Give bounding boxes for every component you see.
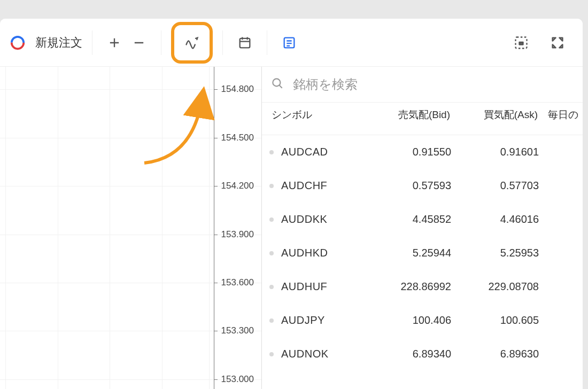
tick-mark	[214, 235, 218, 235]
divider	[92, 30, 92, 55]
grid-vline	[209, 67, 210, 389]
indicator-highlight	[171, 22, 213, 64]
bid-cell: 100.406	[361, 314, 458, 326]
calendar-button[interactable]	[233, 30, 257, 55]
status-dot-icon	[269, 184, 274, 188]
content-area: 154.800154.500154.200153.900153.600153.3…	[0, 67, 583, 389]
bid-cell: 0.91550	[361, 146, 458, 158]
screenshot-button[interactable]	[509, 30, 533, 55]
col-ask-header[interactable]: 買気配(Ask)	[457, 108, 542, 122]
y-tick-label: 154.200	[221, 181, 254, 191]
bid-cell: 5.25944	[361, 247, 458, 259]
ask-cell: 229.08708	[458, 281, 543, 293]
symbol-cell: AUDCHF	[281, 180, 361, 192]
symbol-row[interactable]: AUDCAD0.915500.91601	[262, 135, 583, 169]
grid-vline	[58, 67, 58, 389]
chart-grid: 154.800154.500154.200153.900153.600153.3…	[0, 67, 261, 389]
symbol-panel: シンボル 売気配(Bid) 買気配(Ask) 毎日の AUDCAD0.91550…	[262, 67, 583, 389]
tick-mark	[214, 283, 218, 283]
chart-area[interactable]: 154.800154.500154.200153.900153.600153.3…	[0, 67, 262, 389]
status-dot-icon	[269, 318, 274, 323]
symbol-row[interactable]: AUDHKD5.259445.25953	[262, 236, 583, 270]
symbol-rows: AUDCAD0.915500.91601AUDCHF0.575930.57703…	[262, 135, 583, 389]
search-icon	[270, 76, 284, 92]
ask-cell: 5.25953	[458, 247, 543, 259]
status-dot-icon	[269, 217, 274, 222]
y-tick-label: 153.900	[221, 229, 254, 240]
status-dot-icon	[269, 352, 274, 356]
col-daily-header[interactable]: 毎日の	[542, 108, 579, 122]
zoom-out-button[interactable]	[127, 30, 151, 55]
svg-point-6	[520, 42, 522, 44]
y-tick-label: 153.300	[221, 325, 254, 336]
divider	[161, 30, 161, 55]
tick-mark	[214, 331, 218, 331]
app-logo-icon	[10, 35, 26, 51]
fullscreen-button[interactable]	[545, 30, 570, 55]
bid-cell: 228.86992	[361, 281, 458, 293]
y-tick-label: 154.500	[221, 133, 254, 143]
grid-vline	[110, 67, 110, 389]
symbol-search-input[interactable]	[293, 77, 572, 92]
y-tick-label: 153.000	[221, 374, 254, 385]
y-tick-label: 154.800	[221, 84, 254, 95]
symbol-cell: AUDCAD	[281, 146, 361, 158]
symbol-cell: AUDHKD	[281, 247, 361, 259]
symbol-row[interactable]: AUDDKK4.458524.46016	[262, 203, 583, 236]
symbol-cell: AUDHUF	[281, 281, 361, 293]
tick-mark	[214, 186, 218, 186]
table-header: シンボル 売気配(Bid) 買気配(Ask) 毎日の	[262, 103, 583, 135]
tick-mark	[214, 138, 218, 138]
ask-cell: 4.46016	[458, 213, 543, 225]
y-tick-label: 153.600	[221, 277, 254, 288]
symbol-cell: AUDJPY	[281, 314, 361, 326]
symbol-cell: AUDNOK	[281, 348, 361, 360]
bid-cell: 0.57593	[361, 180, 458, 192]
status-dot-icon	[269, 251, 274, 255]
col-bid-header[interactable]: 売気配(Bid)	[360, 108, 457, 122]
ask-cell: 0.91601	[458, 146, 543, 158]
divider	[267, 30, 267, 55]
tick-mark	[214, 379, 218, 380]
status-dot-icon	[269, 150, 274, 154]
symbol-row[interactable]: AUDHUF228.86992229.08708	[262, 270, 583, 304]
ask-cell: 0.57703	[458, 180, 543, 192]
y-axis-line	[214, 67, 214, 389]
svg-rect-2	[240, 38, 250, 48]
indicator-button[interactable]	[174, 25, 210, 60]
grid-vline	[5, 67, 6, 389]
grid-vline	[162, 67, 163, 389]
list-panel-button[interactable]	[277, 30, 301, 55]
search-row	[262, 67, 583, 103]
symbol-row[interactable]: AUDCHF0.575930.57703	[262, 169, 583, 203]
status-dot-icon	[269, 285, 274, 289]
col-symbol-header[interactable]: シンボル	[269, 108, 360, 122]
ask-cell: 100.605	[458, 314, 543, 326]
symbol-row[interactable]: AUDJPY100.406100.605	[262, 304, 583, 337]
symbol-cell: AUDDKK	[281, 213, 361, 225]
new-order-button[interactable]: 新規注文	[35, 35, 82, 51]
bid-cell: 6.89340	[361, 348, 458, 360]
toolbar: 新規注文	[0, 19, 583, 67]
ask-cell: 6.89630	[458, 348, 543, 360]
symbol-row[interactable]: AUDNOK6.893406.89630	[262, 337, 583, 371]
divider	[222, 30, 223, 55]
app-frame: 新規注文	[0, 19, 583, 389]
zoom-in-button[interactable]	[102, 30, 127, 55]
tick-mark	[214, 89, 218, 90]
bid-cell: 4.45852	[361, 213, 458, 225]
